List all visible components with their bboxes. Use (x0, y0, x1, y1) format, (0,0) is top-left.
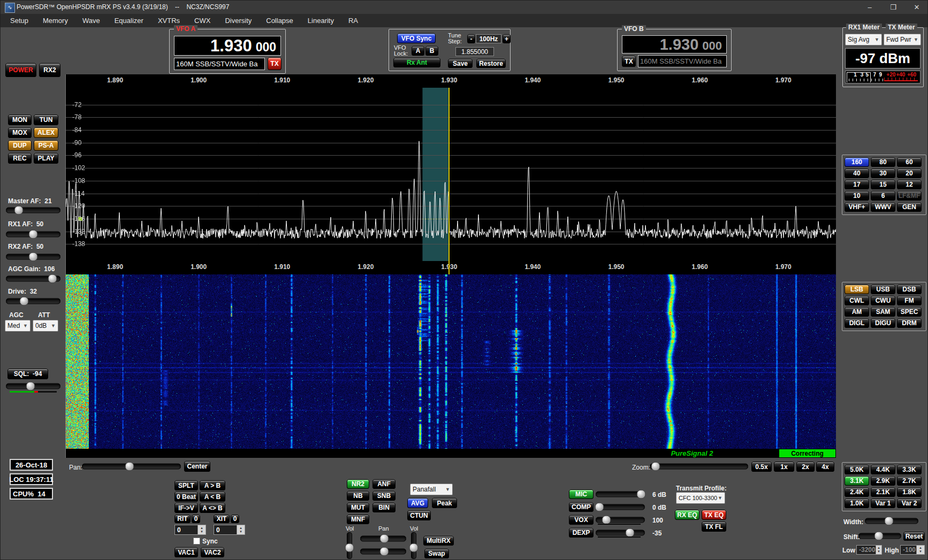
vfo-lock-b-button[interactable]: B (425, 46, 438, 56)
band-wwv-button[interactable]: WWV (871, 202, 895, 212)
display-mode-select[interactable]: Panafall▼ (410, 484, 453, 495)
band-60-button[interactable]: 60 (897, 157, 922, 167)
filter-2k7-button[interactable]: 2.7K (897, 476, 922, 486)
close-icon[interactable]: ✕ (905, 1, 928, 14)
pan-slider[interactable] (82, 462, 181, 471)
rx1-vol-slider[interactable] (345, 532, 354, 559)
filter-3k1-button[interactable]: 3.1K (845, 476, 869, 486)
ctun-button[interactable]: CTUN (407, 510, 431, 520)
band-15-button[interactable]: 15 (871, 180, 895, 189)
mode-digl-button[interactable]: DIGL (845, 318, 869, 328)
tx-meter-mode-select[interactable]: Fwd Pwr▼ (884, 34, 921, 45)
rx1-pan-slider[interactable] (360, 534, 406, 543)
mode-lsb-button[interactable]: LSB (845, 285, 869, 294)
vfo-a-tx-button[interactable]: TX (268, 57, 282, 70)
filter-var1-button[interactable]: Var 1 (871, 498, 895, 508)
zoom-slider[interactable] (650, 462, 748, 471)
rx-ant-button[interactable]: Rx Ant (393, 58, 440, 67)
waterfall-canvas[interactable] (66, 274, 836, 449)
b-to-a-button[interactable]: A < B (200, 492, 225, 502)
zoom-4x-button[interactable]: 4x (816, 462, 834, 472)
nr2-button[interactable]: NR2 (347, 479, 369, 489)
power-button[interactable]: POWER (5, 63, 36, 77)
center-button[interactable]: Center (184, 461, 210, 472)
menu-collapse[interactable]: Collapse (266, 17, 293, 25)
rx1-af-slider[interactable] (6, 229, 60, 239)
mode-cwu-button[interactable]: CWU (871, 296, 895, 305)
tune-step-down-button[interactable]: - (467, 34, 475, 43)
shift-slider[interactable] (858, 531, 901, 541)
minimize-icon[interactable]: – (858, 1, 881, 14)
rx1-meter-mode-select[interactable]: Sig Avg▼ (845, 34, 882, 45)
sql-button[interactable]: SQL: -94 (7, 369, 48, 379)
filter-var2-button[interactable]: Var 2 (897, 498, 922, 508)
mic-button[interactable]: MIC (569, 489, 594, 499)
mic-gain-slider[interactable] (596, 489, 645, 499)
menu-xvtrs[interactable]: XVTRs (158, 17, 180, 25)
avg-button[interactable]: AVG (407, 498, 428, 508)
menu-wave[interactable]: Wave (82, 17, 100, 25)
spinner-arrows-icon[interactable]: ▲▼ (876, 546, 881, 554)
panadapter-display[interactable]: 1.8901.9001.9101.9201.9301.9401.9501.960… (65, 74, 836, 458)
psa-button[interactable]: PS-A (34, 140, 58, 151)
mode-cwl-button[interactable]: CWL (845, 296, 869, 305)
shift-reset-button[interactable]: Reset (903, 532, 925, 541)
agc-select[interactable]: Med▼ (5, 320, 31, 332)
mode-drm-button[interactable]: DRM (897, 318, 922, 328)
xit-spinner[interactable]: 0 ▲▼ (214, 525, 245, 535)
rec-button[interactable]: REC (8, 153, 32, 164)
mox-button[interactable]: MOX (8, 127, 32, 138)
mode-fm-button[interactable]: FM (897, 296, 922, 305)
vox-button[interactable]: VOX (569, 515, 594, 525)
tune-step-up-button[interactable]: + (503, 34, 511, 43)
rit-button[interactable]: RIT (174, 515, 191, 523)
rx-eq-button[interactable]: RX EQ (675, 510, 699, 520)
bin-button[interactable]: BIN (372, 503, 395, 512)
menu-setup[interactable]: Setup (10, 17, 28, 25)
zero-beat-button[interactable]: 0 Beat (174, 492, 198, 502)
memory-freq-field[interactable]: 1.855000 (455, 47, 494, 56)
spectrum-canvas[interactable] (66, 88, 836, 261)
filter-5k-button[interactable]: 5.0K (845, 465, 869, 474)
comp-button[interactable]: COMP (569, 502, 594, 512)
spinner-arrows-icon[interactable]: ▲▼ (237, 525, 245, 534)
filter-1k0-button[interactable]: 1.0K (845, 498, 869, 508)
band-12-button[interactable]: 12 (897, 180, 922, 189)
snb-button[interactable]: SNB (372, 491, 395, 501)
filter-2k4-button[interactable]: 2.4K (845, 487, 869, 497)
band-vhf-button[interactable]: VHF+ (845, 202, 869, 212)
menu-equalizer[interactable]: Equalizer (115, 17, 143, 25)
dexp-button[interactable]: DEXP (569, 528, 594, 538)
band-30-button[interactable]: 30 (871, 168, 895, 178)
vfo-b-tx-button[interactable]: TX (622, 56, 636, 67)
xit-button[interactable]: XIT (214, 515, 230, 523)
multirx-button[interactable]: MultiRX (423, 536, 454, 546)
spinner-arrows-icon[interactable]: ▲▼ (197, 525, 206, 534)
save-button[interactable]: Save (448, 59, 473, 68)
rit-spinner[interactable]: 0 ▲▼ (174, 525, 206, 535)
menu-cwx[interactable]: CWX (194, 17, 210, 25)
agc-gain-slider[interactable] (6, 274, 60, 283)
anf-button[interactable]: ANF (372, 479, 395, 489)
vac2-button[interactable]: VAC2 (201, 547, 224, 557)
filter-4k4-button[interactable]: 4.4K (871, 465, 895, 474)
rx2-af-slider[interactable] (6, 252, 60, 262)
alex-button[interactable]: ALEX (34, 127, 58, 138)
mode-usb-button[interactable]: USB (871, 285, 895, 294)
filter-low-spinner[interactable]: -3200 ▲▼ (856, 545, 882, 555)
sql-slider[interactable] (6, 381, 60, 391)
band-20-button[interactable]: 20 (897, 168, 922, 178)
band-10-button[interactable]: 10 (845, 191, 869, 201)
spinner-arrows-icon[interactable]: ▲▼ (916, 546, 924, 554)
restore-button[interactable]: Restore (476, 59, 506, 68)
if-to-vfo-button[interactable]: IF->V (174, 503, 198, 513)
mode-am-button[interactable]: AM (845, 307, 869, 317)
mode-digu-button[interactable]: DIGU (871, 318, 895, 328)
mut-button[interactable]: MUT (347, 503, 369, 512)
band-17-button[interactable]: 17 (845, 180, 869, 189)
maximize-icon[interactable]: ❒ (881, 1, 905, 14)
mode-sam-button[interactable]: SAM (871, 307, 895, 317)
swap-button[interactable]: Swap (424, 549, 449, 558)
band-lfmf-button[interactable]: LF&MF (897, 191, 922, 201)
tx-eq-button[interactable]: TX EQ (702, 510, 726, 520)
